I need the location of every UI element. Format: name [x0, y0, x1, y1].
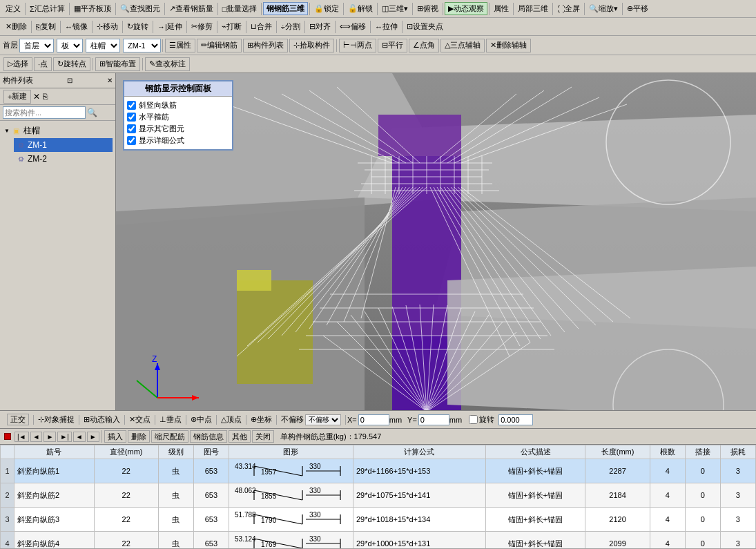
- tb-3d[interactable]: ◫ 三维 ▾: [379, 3, 411, 15]
- tb-extend[interactable]: →| 延伸: [155, 21, 185, 32]
- ctrl-check-3[interactable]: [127, 136, 136, 145]
- nav-down[interactable]: ►: [87, 432, 99, 442]
- rotate-pt-btn[interactable]: ↻ 旋转点: [53, 57, 90, 71]
- insert-btn[interactable]: 插入: [104, 430, 126, 443]
- nav-next[interactable]: ►: [43, 432, 56, 442]
- dyninput-btn[interactable]: ⊞ 动态输入: [81, 414, 123, 425]
- tree-item-zm1[interactable]: ⚙ ZM-1: [14, 138, 113, 152]
- scale-btn[interactable]: 缩尺配筋: [151, 430, 188, 443]
- tb-split[interactable]: ÷ 分割: [278, 21, 303, 32]
- tb-calc[interactable]: Σ 汇总计算: [27, 3, 68, 15]
- attr-btn[interactable]: ☰ 属性: [165, 39, 195, 52]
- copy-comp-icon[interactable]: ⎘: [43, 92, 48, 102]
- tree-root[interactable]: ▼ ▣ 柱帽: [3, 124, 113, 138]
- nooffset-select[interactable]: 不偏移: [305, 414, 341, 425]
- tb-fullscreen[interactable]: ⛶ 全屏: [554, 3, 583, 15]
- tb-rebar3d[interactable]: 钢 钢筋三维: [263, 2, 308, 15]
- tb-topview[interactable]: ⊞ 俯视: [414, 3, 441, 15]
- tb-merge[interactable]: ⊔ 合并: [248, 21, 275, 32]
- cell-length: 2099: [585, 532, 650, 549]
- ctrl-check-2[interactable]: [127, 124, 136, 133]
- elemtype-select[interactable]: 柱帽: [86, 39, 120, 52]
- rebar-info-btn[interactable]: 钢筋信息: [190, 430, 227, 443]
- search-input[interactable]: [3, 106, 86, 119]
- tb-stretch[interactable]: ↔ 拉伸: [372, 21, 400, 32]
- panel-float-icon[interactable]: ⊡: [67, 77, 72, 84]
- tb-local3d[interactable]: 局部三维: [515, 3, 551, 15]
- tb-rotate[interactable]: ↻ 旋转: [124, 21, 151, 32]
- tb-pan[interactable]: ⊕ 平移: [624, 3, 651, 15]
- rebar-bar: |◄ ◄ ► ►| ◄ ► 插入 删除 缩尺配筋 钢筋信息 其他 关闭 单构件钢…: [0, 428, 756, 445]
- search-icon[interactable]: 🔍: [87, 108, 97, 117]
- table-row[interactable]: 1 斜竖向纵筋1 22 虫 653 43.314 1957 330 29*d+1…: [1, 459, 756, 483]
- intersect-btn[interactable]: ✕ 交点: [126, 414, 153, 425]
- edit-rebar-btn[interactable]: ✏ 编辑钢筋: [197, 39, 242, 52]
- tb-batchsel[interactable]: □ 批量选择: [220, 3, 260, 15]
- nav-last[interactable]: ►|: [57, 432, 72, 442]
- tb-attr[interactable]: 属性: [491, 3, 512, 15]
- tb-mirror[interactable]: ↔ 镜像: [62, 21, 90, 32]
- viewport[interactable]: Z 钢筋显示控制面板 斜竖向纵筋 水平箍筋 显示其它图元: [116, 73, 756, 410]
- sep: [402, 21, 403, 33]
- new-comp-btn[interactable]: + 新建: [3, 90, 31, 104]
- other-btn[interactable]: 其他: [229, 430, 251, 443]
- tb-align[interactable]: ▦ 平齐板顶: [71, 3, 114, 15]
- panel-close-icon[interactable]: ✕: [107, 77, 113, 84]
- tb-findelem[interactable]: 🔍 查找图元: [117, 3, 163, 15]
- nav-up[interactable]: ◄: [73, 432, 86, 442]
- rotate-check[interactable]: [469, 415, 478, 424]
- tb-dynview[interactable]: ▶ 动态观察: [445, 2, 487, 15]
- tb-offset[interactable]: ⟺ 偏移: [337, 21, 369, 32]
- angle-btn[interactable]: ∠ 点角: [409, 39, 439, 52]
- table-row[interactable]: 2 斜竖向纵筋2 22 虫 653 48.062 1855 330 29*d+1…: [1, 483, 756, 508]
- twopoint-btn[interactable]: ⊢⊣ 两点: [339, 39, 376, 52]
- x-input[interactable]: [358, 414, 389, 425]
- parallel-btn[interactable]: ⊟ 平行: [378, 39, 407, 52]
- floor-select[interactable]: 首层: [19, 39, 54, 52]
- cell-desc: 锚固+斜长+锚固: [485, 483, 585, 508]
- cell-length: 2287: [585, 459, 650, 483]
- table-row[interactable]: 3 斜竖向纵筋3 22 虫 653 51.788 1790 330 29*d+1…: [1, 508, 756, 532]
- check-mark-btn[interactable]: ✎ 查改标注: [145, 57, 190, 71]
- delete-btn[interactable]: 删除: [128, 430, 150, 443]
- y-input[interactable]: [418, 414, 449, 425]
- sep: [31, 21, 32, 33]
- tb-define[interactable]: 定义: [3, 3, 23, 15]
- top-btn[interactable]: △ 顶点: [218, 414, 244, 425]
- ctrl-check-0[interactable]: [127, 101, 136, 110]
- close-dot[interactable]: [4, 433, 11, 440]
- comp-list-btn[interactable]: ⊞ 构件列表: [243, 39, 288, 52]
- coord-btn[interactable]: ⊕ 坐标: [248, 414, 275, 425]
- nooffset-btn[interactable]: 不偏移 不偏移: [278, 414, 344, 425]
- tb-delete[interactable]: ✕ 删除: [3, 21, 30, 32]
- tree-item-zm2[interactable]: ⚙ ZM-2: [14, 152, 113, 166]
- mid-btn[interactable]: ⊛ 中点: [188, 414, 215, 425]
- tb-copy[interactable]: ⎘ 复制: [33, 21, 59, 32]
- tb-align2[interactable]: ⊟ 对齐: [307, 21, 333, 32]
- name-select[interactable]: ZM-1: [123, 39, 161, 52]
- type-select[interactable]: 板: [57, 39, 83, 52]
- tb-lock[interactable]: 🔒 锁定: [311, 3, 342, 15]
- threepoint-btn[interactable]: △ 三点辅轴: [440, 39, 485, 52]
- pick-comp-btn[interactable]: ⊹ 拾取构件: [289, 39, 334, 52]
- table-row[interactable]: 4 斜竖向纵筋4 22 虫 653 53.124 1769 330 29*d+1…: [1, 532, 756, 549]
- tb-viewrebar[interactable]: ↗ 查看钢筋量: [166, 3, 216, 15]
- del-axis-btn[interactable]: ✕ 删除辅轴: [486, 39, 531, 52]
- orthogonal-btn[interactable]: 正交: [4, 414, 32, 425]
- nav-prev[interactable]: ◄: [30, 432, 43, 442]
- point-btn[interactable]: · 点: [34, 57, 52, 71]
- tb-unlock[interactable]: 🔓 解锁: [345, 3, 376, 15]
- rotate-input[interactable]: [498, 414, 533, 425]
- ctrl-check-1[interactable]: [127, 113, 136, 122]
- tb-move[interactable]: ⊹ 移动: [94, 21, 121, 32]
- tb-break[interactable]: ⌁ 打断: [219, 21, 244, 32]
- nav-first[interactable]: |◄: [14, 432, 29, 442]
- tb-setgrip[interactable]: ⊡ 设置夹点: [404, 21, 446, 32]
- snap-btn[interactable]: ⊹ 对象捕捉: [35, 414, 77, 425]
- smart-place-btn[interactable]: ⊞ 智能布置: [95, 57, 140, 71]
- tb-zoom[interactable]: 🔍 缩放 ▾: [586, 3, 621, 15]
- close-btn[interactable]: 关闭: [252, 430, 274, 443]
- tb-trim[interactable]: ✂ 修剪: [188, 21, 215, 32]
- perp-btn[interactable]: ⊥ 垂点: [157, 414, 184, 425]
- select-btn[interactable]: ▷ 选择: [3, 57, 32, 71]
